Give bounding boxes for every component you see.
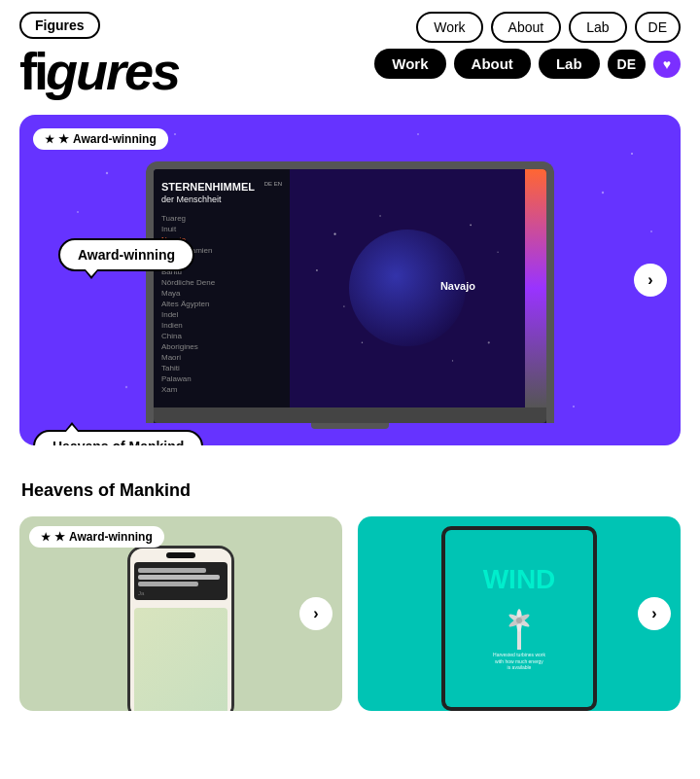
nav-item-12: China [161, 332, 282, 340]
svg-point-4 [602, 192, 604, 194]
card2-arrow[interactable]: › [638, 597, 671, 630]
logo-area: Figures figures [19, 12, 179, 97]
svg-point-2 [77, 211, 79, 213]
nav-lang-outline[interactable]: DE [635, 12, 681, 43]
tablet-mockup: WIND Harvested turbines workwith how muc… [441, 526, 597, 711]
nav-item-1: Tuareg [161, 214, 282, 223]
nav-item-16: Palawan [161, 374, 282, 383]
laptop-right-panel [525, 169, 546, 407]
svg-point-17 [488, 341, 490, 343]
laptop-base [154, 407, 546, 423]
card1-award-tag: ★ Award-winning [29, 526, 164, 548]
feature-card[interactable]: ★ Award-winning › STERNENHIMMEL der Mens… [19, 115, 681, 445]
wind-title: WIND [483, 566, 556, 593]
card-phone[interactable]: ★ Award-winning › Ja [19, 516, 342, 711]
logo-pill[interactable]: Figures [19, 12, 100, 39]
svg-point-3 [631, 153, 633, 155]
navajo-label: Navajo [440, 280, 475, 292]
tablet-screen: WIND Harvested turbines workwith how muc… [445, 530, 593, 707]
cards-grid: ★ Award-winning › Ja › WIND [0, 516, 700, 711]
feature-tooltip: Heavens of Mankind [33, 430, 203, 445]
phone-notch [166, 552, 195, 558]
phone-line-1 [138, 568, 206, 573]
award-badge-logo: Award-winning [58, 238, 194, 271]
svg-point-6 [174, 133, 176, 135]
nav-bottom-row: Work About Lab DE ♥ [374, 49, 681, 79]
phone-screen: Ja [130, 549, 231, 711]
svg-point-9 [125, 386, 127, 388]
nav-item-11: Indien [161, 321, 282, 330]
star-icon: ★ [58, 132, 69, 146]
laptop-lang: DE EN [264, 181, 282, 187]
nav-column: Work About Lab DE Work About Lab DE ♥ [374, 12, 681, 79]
laptop-sidebar: STERNENHIMMEL der Menschheit DE EN Tuare… [154, 169, 290, 407]
nav-lang-filled[interactable]: DE [608, 50, 646, 79]
main-section: ★ Award-winning › STERNENHIMMEL der Mens… [0, 115, 700, 513]
svg-point-19 [343, 305, 345, 307]
nav-work-filled[interactable]: Work [374, 49, 445, 79]
star-icon-2: ★ [54, 530, 65, 544]
svg-point-15 [497, 251, 498, 252]
phone-line-2 [138, 575, 220, 580]
laptop-stand [311, 423, 389, 429]
nav-lab-outline[interactable]: Lab [569, 12, 626, 43]
svg-point-14 [470, 224, 472, 226]
nav-item-10: Indel [161, 310, 282, 319]
nav-lab-filled[interactable]: Lab [539, 49, 600, 79]
feature-award-tag: ★ Award-winning [33, 128, 168, 150]
phone-mockup: Ja [127, 546, 234, 711]
nav-item-15: Tahiti [161, 364, 282, 372]
feature-next-arrow[interactable]: › [634, 264, 667, 297]
header: Figures figures Work About Lab DE Work A… [0, 0, 700, 97]
nav-work-outline[interactable]: Work [416, 12, 482, 43]
laptop-title: STERNENHIMMEL [161, 181, 255, 193]
nav-item-14: Maori [161, 353, 282, 362]
svg-point-16 [316, 268, 318, 270]
nav-item-7: Nördliche Dene [161, 278, 282, 287]
laptop-main: Navajo [290, 169, 525, 407]
nav-about-filled[interactable]: About [454, 49, 531, 79]
phone-card-content: Ja [134, 562, 228, 600]
nav-item-13: Aborigines [161, 342, 282, 351]
heart-icon[interactable]: ♥ [653, 51, 681, 78]
laptop-mockup: STERNENHIMMEL der Menschheit DE EN Tuare… [146, 161, 554, 423]
wind-subtitle: Harvested turbines workwith how much ene… [493, 652, 545, 671]
phone-btn: Ja [138, 590, 224, 596]
nav-top-row: Work About Lab DE [416, 12, 681, 43]
phone-map [134, 608, 228, 711]
svg-point-10 [417, 133, 419, 135]
planet-wrapper: Navajo [349, 230, 466, 346]
svg-point-8 [573, 406, 575, 407]
nav-item-17: Xam [161, 385, 282, 394]
logo-wordmark: figures [19, 45, 179, 97]
nav-item-2: Inuit [161, 225, 282, 233]
phone-line-3 [138, 582, 198, 586]
turbine-icon [495, 593, 543, 652]
svg-point-27 [516, 618, 522, 623]
card1-arrow[interactable]: › [299, 597, 332, 630]
svg-point-12 [333, 232, 335, 234]
nav-about-outline[interactable]: About [491, 12, 562, 43]
svg-point-5 [650, 230, 652, 232]
laptop-subtitle: der Menschheit [161, 195, 255, 204]
card-wind[interactable]: › WIND Harvested turbines workwith how m… [358, 516, 681, 711]
feature-title: Heavens of Mankind [19, 445, 681, 513]
svg-point-13 [379, 215, 380, 216]
nav-item-9: Altes Ägypten [161, 300, 282, 308]
svg-point-1 [106, 172, 108, 174]
svg-point-20 [452, 360, 453, 361]
nav-item-8: Maya [161, 289, 282, 298]
laptop-container: STERNENHIMMEL der Menschheit DE EN Tuare… [146, 142, 554, 429]
